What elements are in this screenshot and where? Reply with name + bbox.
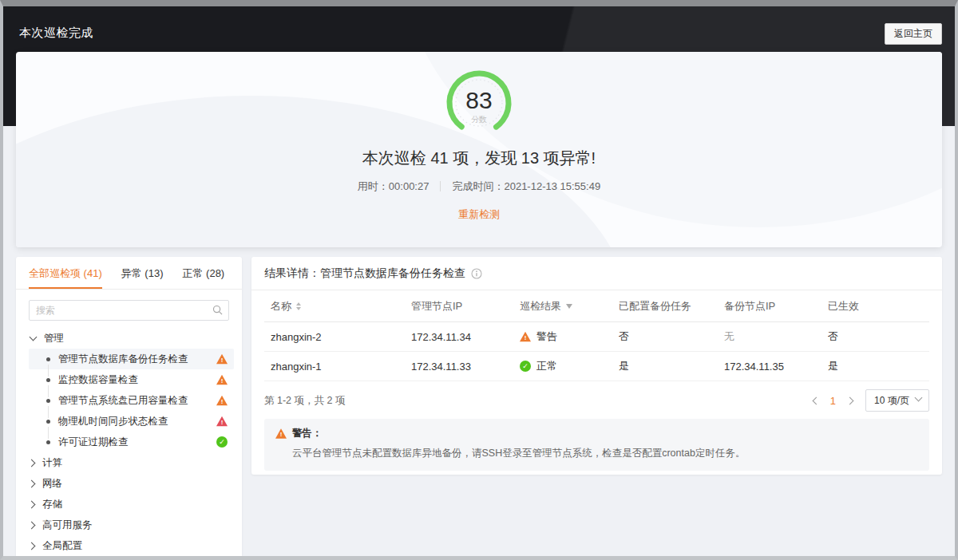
- table-header-row: 名称 管理节点IP 巡检结果 已配置备份任务 备份节点IP 已生效: [264, 290, 929, 322]
- tree-group-label: 存储: [42, 498, 62, 511]
- result-text: 正常: [536, 359, 557, 373]
- col-result[interactable]: 巡检结果: [513, 290, 612, 322]
- node-name-link[interactable]: zhangxin-1: [264, 352, 405, 381]
- search-box: [29, 300, 229, 321]
- filter-icon[interactable]: [566, 304, 572, 309]
- table-row: zhangxin-1 172.34.11.33 正常 是 172.34.11.3…: [264, 352, 929, 381]
- tree-group-label: 计算: [42, 456, 62, 470]
- prev-page-icon[interactable]: [812, 396, 820, 404]
- result-cell: 警告: [513, 322, 612, 352]
- col-result-label: 巡检结果: [520, 299, 561, 314]
- tree-item-time-sync-check[interactable]: 物理机时间同步状态检查: [29, 411, 234, 432]
- tree-group-label: 高可用服务: [42, 519, 93, 532]
- result-detail-panel: 结果详情：管理节点数据库备份任务检查 名称: [251, 257, 942, 475]
- next-page-icon[interactable]: [846, 396, 854, 404]
- duration-value: 00:00:27: [389, 180, 430, 192]
- tree-group-management[interactable]: 管理: [29, 328, 234, 349]
- effective-cell: 否: [821, 322, 929, 352]
- warning-message: 云平台管理节点未配置数据库异地备份，请SSH登录至管理节点系统，检查是否配置cr…: [292, 446, 918, 461]
- tab-normal[interactable]: 正常 (28): [182, 257, 224, 289]
- chevron-right-icon: [28, 479, 36, 487]
- tree-item-label: 管理节点系统盘已用容量检查: [58, 394, 208, 408]
- col-mgmt-ip: 管理节点IP: [405, 290, 513, 322]
- info-icon[interactable]: [471, 268, 482, 279]
- tree-group-label: 管理: [44, 332, 64, 345]
- meta-divider: [440, 181, 441, 191]
- mgmt-ip-cell: 172.34.11.34: [405, 322, 513, 352]
- warning-triangle-icon: [216, 375, 228, 385]
- tree-item-db-backup-check[interactable]: 管理节点数据库备份任务检查: [29, 349, 234, 369]
- backup-configured-cell: 是: [612, 352, 718, 381]
- chevron-right-icon: [28, 500, 36, 508]
- success-check-icon: [216, 436, 228, 448]
- mgmt-ip-cell: 172.34.11.33: [405, 352, 513, 381]
- bullet-icon: [46, 399, 50, 403]
- tree-item-label: 物理机时间同步状态检查: [58, 415, 208, 428]
- chevron-down-icon: [30, 333, 38, 341]
- tree-item-license-expiry-check[interactable]: 许可证过期检查: [29, 432, 234, 452]
- bullet-icon: [46, 420, 50, 424]
- pagination-summary: 第 1-2 项，共 2 项: [264, 394, 814, 408]
- search-input[interactable]: [29, 300, 229, 321]
- finish-time-label: 完成时间：: [452, 180, 504, 192]
- tree-group-ha-service[interactable]: 高可用服务: [29, 515, 234, 535]
- duration-label: 用时：: [358, 180, 389, 192]
- warning-triangle-icon: [216, 396, 228, 406]
- tree-group-global-config[interactable]: 全局配置: [29, 535, 234, 556]
- inspection-meta: 用时：00:00:27完成时间：2021-12-13 15:55:49: [16, 179, 942, 194]
- col-name[interactable]: 名称: [264, 290, 405, 322]
- recheck-link[interactable]: 重新检测: [458, 207, 500, 222]
- inspection-tree: 管理 管理节点数据库备份任务检查 监控数据容量检查 管理节点系统盘已用容量检查: [16, 328, 242, 556]
- tab-all-items[interactable]: 全部巡检项 (41): [29, 257, 102, 289]
- tree-group-compute[interactable]: 计算: [29, 452, 234, 473]
- effective-cell: 是: [821, 352, 929, 381]
- tab-abnormal[interactable]: 异常 (13): [121, 257, 164, 289]
- col-backup-ip: 备份节点IP: [718, 290, 821, 322]
- tree-group-label: 网络: [42, 477, 62, 491]
- table-row: zhangxin-2 172.34.11.34 警告 否 无 否: [264, 322, 929, 352]
- score-unit-label: 分数: [445, 114, 513, 125]
- warning-triangle-icon: [520, 332, 531, 342]
- warning-title: 警告：: [292, 427, 323, 440]
- success-check-icon: [520, 361, 531, 372]
- result-table: 名称 管理节点IP 巡检结果 已配置备份任务 备份节点IP 已生效: [264, 290, 929, 381]
- finish-time-value: 2021-12-13 15:55:49: [504, 180, 600, 192]
- tree-item-monitor-capacity-check[interactable]: 监控数据容量检查: [29, 369, 234, 390]
- tree-item-label: 许可证过期检查: [58, 436, 208, 449]
- warning-message-box: 警告： 云平台管理节点未配置数据库异地备份，请SSH登录至管理节点系统，检查是否…: [264, 419, 929, 471]
- page-size-select[interactable]: 10 项/页: [865, 389, 929, 412]
- inspection-report-window: 本次巡检完成 返回主页 83 分数 本次巡检 41 项，发现 13 项异常! 用…: [0, 0, 958, 560]
- filter-tabs: 全部巡检项 (41) 异常 (13) 正常 (28): [16, 257, 242, 290]
- search-icon: [212, 305, 223, 315]
- bullet-icon: [46, 378, 50, 382]
- tree-item-sysdisk-usage-check[interactable]: 管理节点系统盘已用容量检查: [29, 390, 234, 411]
- score-summary-card: 83 分数 本次巡检 41 项，发现 13 项异常! 用时：00:00:27完成…: [16, 52, 942, 247]
- warning-triangle-icon: [275, 428, 287, 439]
- node-name-link[interactable]: zhangxin-2: [264, 322, 405, 352]
- bullet-icon: [46, 357, 50, 361]
- col-backup-configured: 已配置备份任务: [612, 290, 718, 322]
- backup-ip-cell: 172.34.11.35: [718, 352, 821, 381]
- bullet-icon: [46, 440, 50, 444]
- backup-configured-cell: 否: [612, 322, 718, 352]
- pagination: 第 1-2 项，共 2 项 1 10 项/页: [264, 389, 929, 412]
- score-value: 83: [445, 87, 513, 114]
- col-name-label: 名称: [271, 299, 291, 314]
- tree-group-label: 全局配置: [42, 539, 82, 553]
- sort-icon[interactable]: [296, 302, 301, 310]
- inspection-headline: 本次巡检 41 项，发现 13 项异常!: [16, 148, 942, 169]
- score-gauge: 83 分数: [445, 69, 513, 137]
- tree-group-network[interactable]: 网络: [29, 473, 234, 494]
- chevron-right-icon: [28, 459, 36, 467]
- result-cell: 正常: [513, 352, 612, 381]
- col-effective: 已生效: [821, 290, 929, 322]
- inspection-items-panel: 全部巡检项 (41) 异常 (13) 正常 (28) 管理 管理节点数据库备: [16, 257, 242, 556]
- result-text: 警告: [536, 329, 557, 344]
- backup-ip-text: 无: [724, 330, 734, 342]
- chevron-down-icon: [915, 394, 923, 402]
- tree-group-storage[interactable]: 存储: [29, 494, 234, 515]
- page-number[interactable]: 1: [830, 395, 836, 407]
- page-title: 本次巡检完成: [19, 26, 93, 41]
- back-home-button[interactable]: 返回主页: [885, 23, 942, 45]
- tree-item-label: 管理节点数据库备份任务检查: [58, 353, 208, 366]
